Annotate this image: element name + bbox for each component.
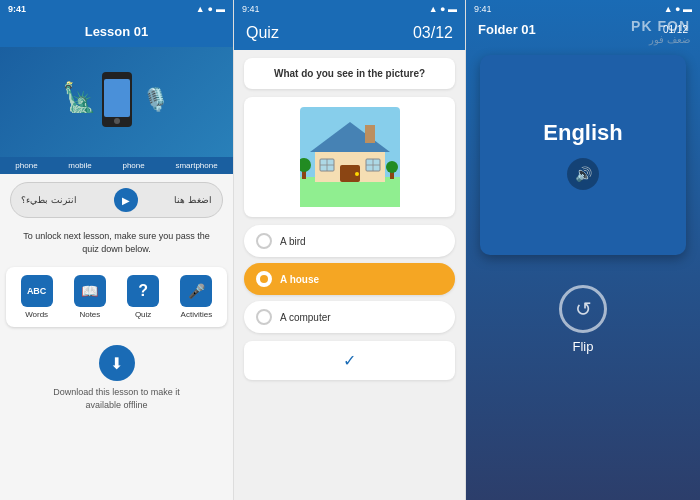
phone3-flashcard: 9:41 ▲ ● ▬ PK FON ضعف فور Folder 01 01/1… bbox=[466, 0, 700, 500]
label-smartphone: smartphone bbox=[175, 161, 217, 170]
nav-notes[interactable]: 📖 Notes bbox=[74, 275, 106, 319]
label-phone2: phone bbox=[122, 161, 144, 170]
phone2-time: 9:41 bbox=[242, 4, 260, 14]
words-icon: ABC bbox=[21, 275, 53, 307]
phone1-time: 9:41 bbox=[8, 4, 26, 14]
flip-label: Flip bbox=[573, 339, 594, 354]
unlock-text: To unlock next lesson, make sure you pas… bbox=[16, 230, 217, 255]
phone2-header: Quiz 03/12 bbox=[234, 18, 465, 50]
svg-rect-17 bbox=[365, 125, 375, 143]
question-text: What do you see in the picture? bbox=[274, 68, 425, 79]
label-phone: phone bbox=[15, 161, 37, 170]
lesson-image-svg: 🗽 🎙️ bbox=[57, 57, 177, 147]
phone1-status-icons: ▲ ● ▬ bbox=[196, 4, 225, 14]
svg-text:🎙️: 🎙️ bbox=[142, 86, 170, 113]
flashcard[interactable]: English 🔊 bbox=[480, 55, 686, 255]
activities-icon: 🎤 bbox=[180, 275, 212, 307]
label-mobile: mobile bbox=[68, 161, 92, 170]
arabic-left: انترنت بطيء؟ bbox=[21, 195, 77, 205]
signal-icon: ▲ ● ▬ bbox=[429, 4, 457, 14]
nav-quiz-label: Quiz bbox=[135, 310, 151, 319]
option-computer-text: A computer bbox=[280, 312, 331, 323]
house-svg bbox=[300, 107, 400, 207]
phone3-title: Folder 01 bbox=[478, 22, 536, 37]
download-text: Download this lesson to make it availabl… bbox=[37, 386, 197, 411]
nav-activities-label: Activities bbox=[181, 310, 213, 319]
play-button[interactable]: ▶ bbox=[114, 188, 138, 212]
phone1-lesson-title: Lesson 01 bbox=[85, 24, 149, 39]
radio-bird bbox=[256, 233, 272, 249]
nav-quiz[interactable]: ? Quiz bbox=[127, 275, 159, 319]
option-bird-text: A bird bbox=[280, 236, 306, 247]
option-house[interactable]: A house bbox=[244, 263, 455, 295]
phone3-status-bar: 9:41 ▲ ● ▬ bbox=[466, 0, 700, 18]
phone2-quiz: 9:41 ▲ ● ▬ Quiz 03/12 What do you see in… bbox=[233, 0, 466, 500]
checkmark-icon: ✓ bbox=[343, 351, 356, 370]
nav-notes-label: Notes bbox=[79, 310, 100, 319]
svg-text:🗽: 🗽 bbox=[62, 81, 97, 114]
phone3-header: Folder 01 01/12 bbox=[466, 18, 700, 45]
phone1-lesson: 9:41 ▲ ● ▬ Lesson 01 🗽 � bbox=[0, 0, 233, 500]
signal-icon: ▲ bbox=[196, 4, 205, 14]
quiz-icon: ? bbox=[127, 275, 159, 307]
arabic-right: اضغط هنا bbox=[174, 195, 212, 205]
phone1-audio-bar: انترنت بطيء؟ ▶ اضغط هنا bbox=[10, 182, 223, 218]
svg-point-10 bbox=[355, 172, 359, 176]
app-container: 9:41 ▲ ● ▬ Lesson 01 🗽 � bbox=[0, 0, 700, 500]
phone3-counter: 01/12 bbox=[663, 24, 688, 35]
download-section: ⬇ Download this lesson to make it availa… bbox=[0, 345, 233, 411]
phone3-time: 9:41 bbox=[474, 4, 492, 14]
phone3-status-icons: ▲ ● ▬ bbox=[664, 4, 692, 14]
option-house-text: A house bbox=[280, 274, 319, 285]
phones-display: 🗽 🎙️ bbox=[47, 47, 187, 157]
confirm-button[interactable]: ✓ bbox=[244, 341, 455, 380]
svg-point-21 bbox=[386, 161, 398, 173]
phone1-image-labels: phone mobile phone smartphone bbox=[0, 157, 233, 174]
phone2-status-bar: 9:41 ▲ ● ▬ bbox=[234, 0, 465, 18]
quiz-options: A bird A house A computer bbox=[244, 225, 455, 333]
question-box: What do you see in the picture? bbox=[244, 58, 455, 89]
nav-words-label: Words bbox=[25, 310, 48, 319]
option-computer[interactable]: A computer bbox=[244, 301, 455, 333]
battery-icon: ▬ bbox=[216, 4, 225, 14]
phone1-header: Lesson 01 bbox=[0, 18, 233, 47]
option-bird[interactable]: A bird bbox=[244, 225, 455, 257]
svg-rect-2 bbox=[104, 79, 130, 117]
wifi-icon: ● bbox=[208, 4, 213, 14]
flip-icon: ↺ bbox=[559, 285, 607, 333]
phone2-counter: 03/12 bbox=[413, 24, 453, 42]
phone2-title: Quiz bbox=[246, 24, 279, 42]
radio-house bbox=[256, 271, 272, 287]
nav-words[interactable]: ABC Words bbox=[21, 275, 53, 319]
card-word: English bbox=[543, 120, 622, 146]
signal-icon: ▲ ● ▬ bbox=[664, 4, 692, 14]
flip-area[interactable]: ↺ Flip bbox=[466, 285, 700, 354]
phone1-nav-bar: ABC Words 📖 Notes ? Quiz 🎤 Activities bbox=[6, 267, 227, 327]
sound-button[interactable]: 🔊 bbox=[567, 158, 599, 190]
radio-computer bbox=[256, 309, 272, 325]
phone1-status-bar: 9:41 ▲ ● ▬ bbox=[0, 0, 233, 18]
svg-point-3 bbox=[114, 118, 120, 124]
notes-icon: 📖 bbox=[74, 275, 106, 307]
nav-activities[interactable]: 🎤 Activities bbox=[180, 275, 212, 319]
phone2-status-icons: ▲ ● ▬ bbox=[429, 4, 457, 14]
download-button[interactable]: ⬇ bbox=[99, 345, 135, 381]
house-image-box bbox=[244, 97, 455, 217]
phone1-image-area: 🗽 🎙️ bbox=[0, 47, 233, 157]
